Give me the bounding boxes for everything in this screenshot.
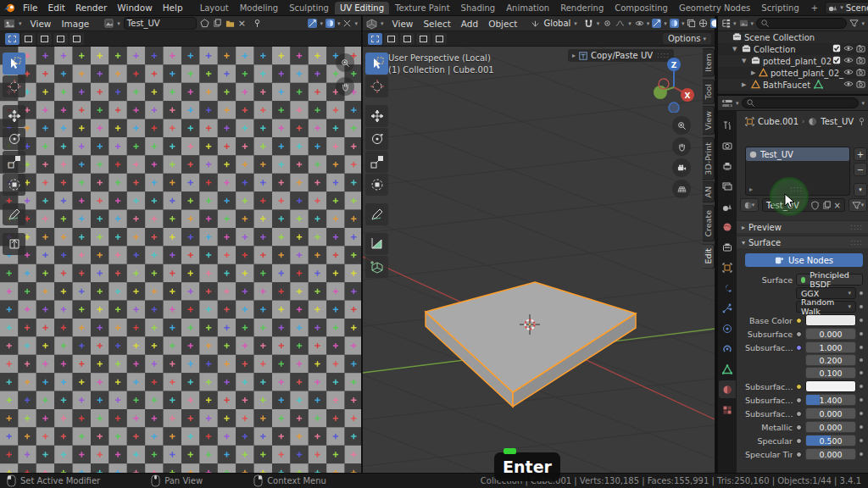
editor-type-image-icon[interactable] (3, 19, 15, 29)
uv-pan-icon[interactable] (336, 77, 354, 96)
sidebar-tab-edit[interactable]: Edit (703, 243, 715, 269)
scene-selector[interactable]: ▾ Scene × (825, 2, 868, 14)
outliner-search-input[interactable] (756, 18, 847, 29)
workspace-tab-scripting[interactable]: Scripting (756, 2, 804, 14)
select-mode-extend[interactable] (21, 33, 36, 45)
new-image-icon[interactable] (200, 19, 209, 28)
properties-tab-collection[interactable] (719, 238, 736, 256)
animate-dot[interactable] (860, 425, 863, 429)
menu-edit[interactable]: Edit (43, 1, 70, 14)
panel-grip[interactable]: :::: (850, 239, 863, 247)
unlink-material-icon[interactable]: × (834, 201, 841, 210)
animate-dot[interactable] (860, 305, 863, 308)
sidebar-tab-view[interactable]: View (703, 106, 715, 136)
workspace-tab-sculpting[interactable]: Sculpting (284, 2, 334, 14)
menu-render[interactable]: Render (70, 1, 112, 14)
duplicate-image-icon[interactable] (213, 19, 222, 28)
browse-material-button[interactable]: ▾ (740, 198, 759, 212)
workspace-tab-modeling[interactable]: Modeling (235, 2, 284, 14)
select-mode-extend[interactable] (384, 33, 398, 45)
tool-rotate[interactable] (365, 128, 388, 150)
properties-tab-constraints[interactable] (719, 340, 736, 358)
check-toggle-icon[interactable] (832, 44, 841, 54)
tool-move[interactable] (3, 105, 25, 127)
tool-add-cube[interactable] (365, 256, 388, 278)
workspace-tab-shading[interactable]: Shading (456, 2, 501, 14)
animate-dot[interactable] (860, 291, 863, 295)
panel-grip[interactable]: :::: (850, 224, 863, 231)
properties-options-icon[interactable]: ▾ (861, 100, 865, 107)
select-mode-intersect[interactable] (70, 33, 84, 45)
select-mode-invert[interactable] (416, 33, 431, 45)
select-mode-set[interactable] (368, 33, 382, 45)
workspace-tab-geometry-nodes[interactable]: Geometry Nodes (674, 2, 755, 14)
animate-dot[interactable] (860, 371, 863, 374)
viewport-menu-view[interactable]: View (387, 17, 419, 30)
material-slot-row[interactable]: Test_UV (746, 147, 849, 161)
select-mode-subtract[interactable] (37, 33, 52, 45)
properties-tab-world[interactable] (719, 218, 736, 236)
gizmos-toggle-icon[interactable] (652, 19, 661, 28)
uv-overlays-toggle-icon[interactable] (326, 19, 335, 28)
tool-tweak[interactable] (365, 53, 388, 75)
pin-icon[interactable] (857, 117, 866, 126)
value-field-subsurface[interactable]: 0.000 (805, 328, 856, 340)
value-field-specular[interactable]: 0.500 (805, 435, 856, 446)
tool-rotate[interactable] (3, 128, 25, 150)
blender-logo-icon[interactable] (3, 2, 16, 14)
workspace-tab-animation[interactable]: Animation (501, 2, 554, 14)
camera-toggle-icon[interactable] (856, 44, 865, 54)
color-swatch-subsurfac[interactable] (805, 380, 856, 392)
select-mode-invert[interactable] (53, 33, 68, 45)
uv-gizmo-toggle-icon[interactable] (308, 19, 317, 28)
viewport-menu-add[interactable]: Add (456, 17, 483, 30)
browse-image-icon[interactable] (104, 19, 114, 28)
workspace-tab-texture-paint[interactable]: Texture Paint (390, 2, 455, 14)
value-field-subsurfac[interactable]: 1.400 (805, 394, 856, 406)
pin-image-icon[interactable] (253, 19, 262, 28)
sidebar-tab-an[interactable]: AN (703, 181, 715, 203)
properties-tab-material[interactable] (719, 380, 736, 398)
tool-cursor[interactable] (3, 75, 25, 97)
properties-tab-render[interactable] (719, 136, 736, 154)
menu-file[interactable]: File (18, 1, 43, 14)
properties-editor-icon[interactable] (721, 98, 733, 108)
dropdown-random-walk[interactable]: Random Walk▾ (796, 301, 856, 313)
snap-magnet-icon[interactable] (584, 19, 593, 28)
sidebar-tab-3d-print[interactable]: 3D-Print (703, 137, 715, 180)
visibility-icon[interactable] (635, 19, 644, 28)
use-nodes-button[interactable]: Use Nodes (745, 253, 863, 267)
open-image-icon[interactable] (225, 19, 235, 28)
animate-dot[interactable] (860, 332, 863, 336)
eye-toggle-icon[interactable] (843, 68, 854, 78)
properties-tab-object[interactable] (719, 258, 736, 276)
fake-user-shield-icon[interactable] (810, 201, 820, 210)
vector-value-field[interactable]: 1.000 (805, 341, 856, 353)
add-slot-button[interactable]: + (854, 147, 867, 161)
outliner-item-potted_plant_02[interactable]: ▼potted_plant_02 (718, 55, 868, 67)
overlays-toggle-icon[interactable] (670, 19, 679, 28)
outliner-filter-image-icon[interactable] (739, 19, 748, 28)
tool-cursor[interactable] (365, 75, 388, 97)
unlink-image-icon[interactable]: × (238, 18, 246, 29)
breadcrumb-object[interactable]: Cube.001 (758, 117, 798, 126)
disclosure-icon[interactable]: ▼ (732, 46, 740, 53)
animate-dot[interactable] (860, 385, 863, 388)
color-swatch-basecolor[interactable] (805, 314, 856, 326)
properties-tab-view-layer[interactable] (719, 177, 736, 195)
sidebar-tab-tool[interactable]: Tool (703, 79, 715, 104)
select-mode-subtract[interactable] (400, 33, 415, 45)
outliner-item-scene collection[interactable]: Scene Collection (718, 31, 868, 43)
viewport-menu-select[interactable]: Select (418, 17, 455, 30)
viewport-canvas[interactable]: User Perspective (Local) (1) Collection … (363, 47, 715, 473)
disclosure-icon[interactable]: ▶ (742, 81, 749, 88)
tool-transform[interactable] (3, 174, 25, 196)
panel-disclosure-icon[interactable]: ▸ (742, 224, 745, 231)
slot-specials-button[interactable]: ▾ (854, 183, 867, 197)
properties-tab-tool[interactable] (719, 116, 736, 134)
sidebar-tab-item[interactable]: Item (703, 48, 715, 77)
orientation-value[interactable]: Global (543, 19, 570, 28)
material-specials-button[interactable]: ▾ (849, 198, 867, 212)
properties-tab-output[interactable] (719, 157, 736, 175)
outliner-item-bathfaucet[interactable]: ▶BathFaucet (718, 79, 868, 91)
